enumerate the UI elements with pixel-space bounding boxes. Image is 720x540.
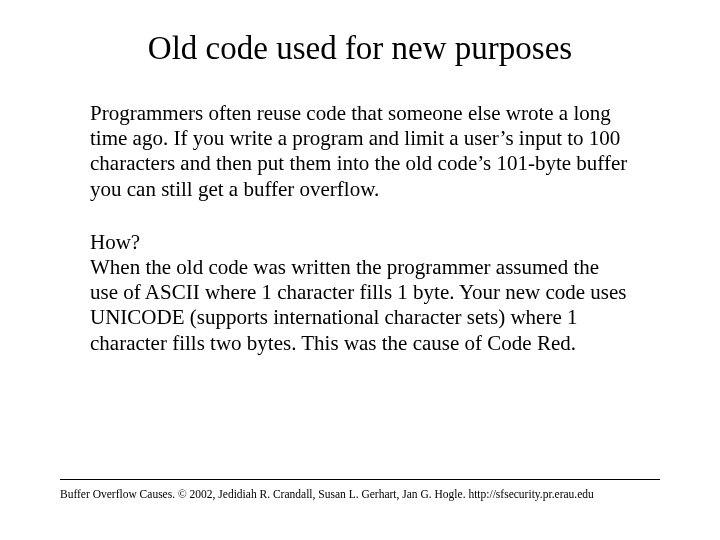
footer-divider: [60, 479, 660, 480]
slide-body: Programmers often reuse code that someon…: [60, 101, 660, 356]
slide: Old code used for new purposes Programme…: [0, 0, 720, 540]
slide-title: Old code used for new purposes: [60, 30, 660, 67]
body-paragraph-1: Programmers often reuse code that someon…: [90, 101, 630, 202]
body-question: How?: [90, 230, 630, 255]
body-paragraph-2: When the old code was written the progra…: [90, 255, 630, 356]
footer-text: Buffer Overflow Causes. © 2002, Jedidiah…: [60, 488, 660, 502]
